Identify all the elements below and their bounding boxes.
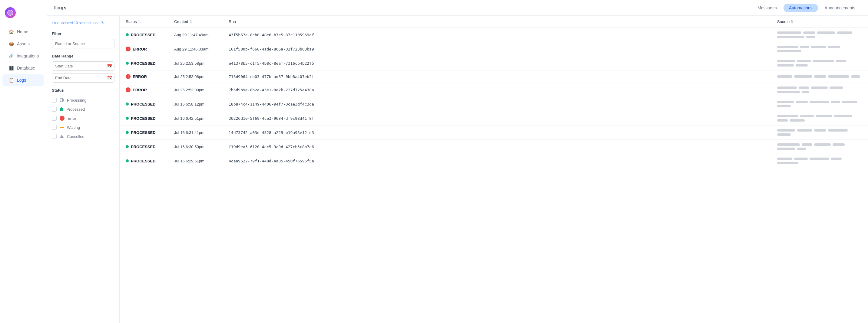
source-bar	[800, 46, 809, 48]
source-cell	[777, 31, 862, 38]
run-cell: 7b5d9b9e-8b2e-43e1-8e2b-227d725a438a	[229, 88, 777, 92]
status-filter-cancelled[interactable]: Cancelled	[52, 132, 115, 141]
source-cell	[777, 75, 862, 78]
status-section: Status Processing Processed ! Error Wait…	[52, 88, 115, 141]
sidebar-item-logs[interactable]: 📋Logs	[2, 74, 44, 86]
checkbox-cancelled[interactable]	[52, 134, 57, 139]
source-bar	[777, 105, 791, 107]
table-header: Status ⇅ Created ⇅ Run Source ⇅	[120, 16, 868, 28]
source-bar	[777, 115, 798, 117]
col-source: Source ⇅	[777, 20, 862, 24]
status-error-icon: !	[126, 74, 130, 79]
source-bar	[777, 119, 788, 121]
sidebar-item-label: Database	[17, 66, 35, 70]
source-bar	[800, 115, 814, 117]
end-date-input[interactable]	[52, 73, 115, 82]
created-cell: Jul 16 6:42:51pm	[174, 116, 229, 121]
source-bar	[777, 64, 794, 67]
source-bar	[834, 115, 852, 117]
last-updated[interactable]: Last updated 10 seconds ago ↻	[52, 21, 115, 26]
run-cell: 161f580b-f668-4ade-806a-02f723b03ba9	[229, 47, 777, 51]
table-row[interactable]: !ERROR Jul 25 2:52:00pm 7b5d9b9e-8b2e-43…	[120, 83, 868, 97]
sidebar-item-label: Home	[17, 29, 28, 34]
source-bar	[816, 115, 832, 117]
table-row[interactable]: PROCESSED Jul 25 2:53:58pm e41378b5-c1f5…	[120, 56, 868, 70]
run-cell: 14d73742-a03d-4328-a229-b19a93e12fd3	[229, 130, 777, 135]
tab-automations[interactable]: Automations	[783, 4, 818, 12]
source-bar	[794, 75, 812, 78]
source-cell	[777, 115, 862, 121]
end-date-wrapper: 📅	[52, 73, 115, 82]
logo[interactable]	[0, 5, 46, 26]
sidebar-item-label: Integrations	[17, 53, 39, 58]
table-row[interactable]: PROCESSED Jul 16 6:29:51pm 4caa9622-79f1…	[120, 154, 868, 168]
sidebar-item-home[interactable]: 🏠Home	[2, 26, 44, 37]
source-bar	[842, 101, 857, 103]
source-bar	[802, 91, 809, 93]
status-text: PROCESSED	[131, 102, 156, 106]
run-cell: 43f5b67e-8cb0-48c6-b7e5-87c1105969ef	[229, 33, 777, 37]
page-title: Logs	[54, 5, 67, 11]
source-bar	[796, 64, 808, 67]
status-filter-processing[interactable]: Processing	[52, 96, 115, 105]
run-id-input[interactable]	[52, 39, 115, 48]
processing-status-icon	[60, 98, 64, 102]
status-error-icon: !	[126, 46, 130, 51]
table-row[interactable]: !ERROR Jul 25 2:53:06pm 713d9064-cb03-47…	[120, 70, 868, 83]
processed-status-icon	[60, 107, 63, 111]
checkbox-waiting[interactable]	[52, 125, 57, 130]
source-bar	[777, 86, 797, 89]
refresh-icon[interactable]: ↻	[101, 21, 105, 26]
source-bar	[828, 129, 848, 132]
status-text: PROCESSED	[131, 33, 156, 37]
logs-icon: 📋	[8, 77, 14, 83]
col-run: Run	[229, 20, 777, 24]
table-row[interactable]: PROCESSED Jul 16 6:30:50pm f19d9ea3-6120…	[120, 140, 868, 154]
status-filter-processed[interactable]: Processed	[52, 105, 115, 114]
assets-icon: 📦	[8, 41, 14, 46]
status-dot-green	[126, 33, 129, 36]
source-bar	[817, 31, 835, 34]
sidebar-item-assets[interactable]: 📦Assets	[2, 38, 44, 49]
status-cell: PROCESSED	[126, 116, 174, 121]
source-bar	[789, 119, 805, 121]
source-bar	[777, 91, 800, 93]
sort-icon-source[interactable]: ⇅	[791, 20, 794, 24]
table-row[interactable]: PROCESSED Jul 16 6:42:51pm 36226d1e-5f69…	[120, 111, 868, 125]
status-cell: PROCESSED	[126, 33, 174, 37]
checkbox-processed[interactable]	[52, 107, 57, 112]
source-bar	[813, 60, 834, 62]
calendar-icon-start: 📅	[107, 64, 112, 69]
table-row[interactable]: PROCESSED Jul 16 6:31:41pm 14d73742-a03d…	[120, 125, 868, 140]
table-row[interactable]: PROCESSED Aug 29 11:47:49am 43f5b67e-8cb…	[120, 28, 868, 42]
source-bar	[797, 60, 811, 62]
status-filter-error[interactable]: ! Error	[52, 114, 115, 123]
status-dot-green	[126, 145, 129, 148]
start-date-input[interactable]	[52, 61, 115, 71]
top-header: Logs MessagesAutomationsAnnouncements	[47, 0, 868, 16]
checkbox-error[interactable]	[52, 116, 57, 121]
sidebar-item-integrations[interactable]: 🔗Integrations	[2, 50, 44, 62]
source-bar	[777, 143, 800, 146]
status-text: PROCESSED	[131, 61, 156, 66]
source-bar	[802, 143, 812, 146]
tab-messages[interactable]: Messages	[752, 4, 782, 12]
table-row[interactable]: !ERROR Aug 29 11:46:33am 161f580b-f668-4…	[120, 42, 868, 56]
date-range-section: Date Range 📅 📅	[52, 54, 115, 82]
source-bar	[814, 75, 826, 78]
sort-icon-status[interactable]: ⇅	[138, 20, 141, 24]
filter-panel: Last updated 10 seconds ago ↻ Filter Dat…	[47, 16, 120, 323]
status-cell: PROCESSED	[126, 102, 174, 106]
checkbox-processing[interactable]	[52, 98, 57, 103]
sidebar-item-database[interactable]: 🗄️Database	[2, 62, 44, 74]
col-status: Status ⇅	[126, 20, 174, 24]
tab-announcements[interactable]: Announcements	[819, 4, 861, 12]
source-bar	[814, 143, 831, 146]
source-bar	[777, 46, 798, 48]
table-row[interactable]: PROCESSED Jul 16 6:58:12pm 18b874c4-1149…	[120, 97, 868, 111]
status-cell: PROCESSED	[126, 159, 174, 163]
status-cell: !ERROR	[126, 46, 174, 51]
sort-icon-created[interactable]: ⇅	[189, 20, 192, 24]
status-filter-waiting[interactable]: Waiting	[52, 123, 115, 132]
source-bar	[797, 129, 812, 132]
